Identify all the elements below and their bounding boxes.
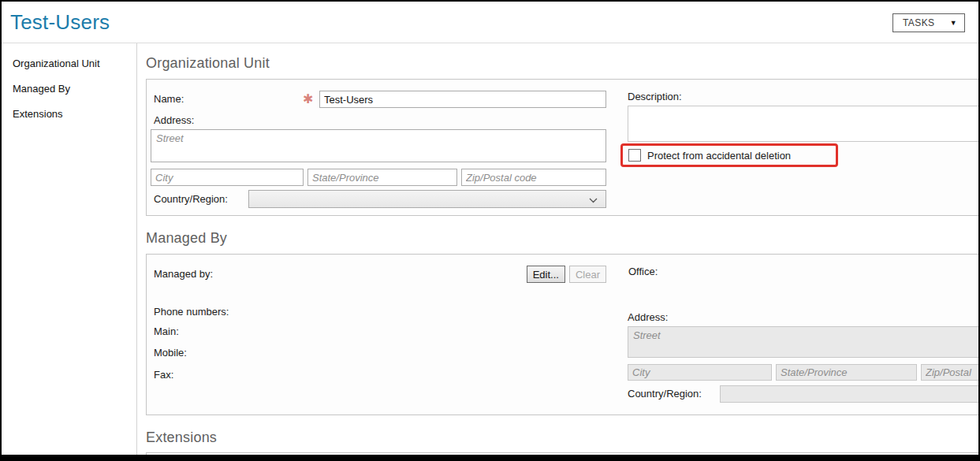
window-bottom-border bbox=[2, 455, 978, 459]
name-input[interactable] bbox=[319, 91, 606, 108]
mobile-phone-label: Mobile: bbox=[151, 347, 606, 359]
sidebar-item-extensions[interactable]: Extensions bbox=[2, 102, 136, 127]
protect-checkbox-label: Protect from accidental deletion bbox=[647, 150, 791, 162]
street-textarea[interactable]: Street bbox=[151, 129, 606, 162]
managed-street-textarea: Street bbox=[628, 326, 978, 358]
body: Organizational Unit Managed By Extension… bbox=[2, 43, 978, 457]
managed-by-label: Managed by: bbox=[151, 268, 527, 281]
section-title-managed-by: Managed By bbox=[146, 229, 978, 247]
managed-right-column: Office: Address: Street Country/Region: bbox=[628, 266, 978, 405]
managed-by-panel: Managed by: Edit... Clear Phone numbers:… bbox=[146, 254, 978, 415]
edit-button[interactable]: Edit... bbox=[527, 266, 565, 283]
country-region-dropdown[interactable] bbox=[248, 190, 606, 208]
managed-zip-postal-input bbox=[921, 364, 978, 381]
description-textarea[interactable] bbox=[628, 106, 978, 142]
phone-numbers-label: Phone numbers: bbox=[151, 306, 606, 318]
country-region-label: Country/Region: bbox=[151, 193, 248, 206]
chevron-down-icon bbox=[589, 192, 598, 206]
title-bar: Test-Users TASKS ▼ bbox=[2, 2, 978, 43]
organizational-unit-panel: Name: ✱ Address: Street Country/Region: bbox=[146, 79, 978, 216]
main-phone-label: Main: bbox=[151, 325, 606, 338]
name-row: Name: ✱ bbox=[151, 91, 606, 108]
spacer bbox=[151, 381, 606, 405]
managed-city-input bbox=[628, 364, 772, 381]
managed-by-row: Managed by: Edit... Clear bbox=[151, 266, 606, 283]
clear-button[interactable]: Clear bbox=[569, 266, 606, 283]
managed-country-region-dropdown bbox=[720, 385, 978, 403]
section-title-organizational-unit: Organizational Unit bbox=[146, 54, 978, 72]
sidebar-item-managed-by[interactable]: Managed By bbox=[2, 76, 136, 102]
tasks-button[interactable]: TASKS ▼ bbox=[892, 13, 965, 32]
protect-checkbox[interactable] bbox=[628, 149, 641, 162]
office-label: Office: bbox=[628, 266, 978, 278]
section-title-extensions: Extensions bbox=[146, 429, 978, 446]
tasks-button-label: TASKS bbox=[903, 17, 934, 28]
managed-country-row: Country/Region: bbox=[628, 385, 978, 403]
page-title: Test-Users bbox=[10, 10, 978, 35]
ou-left-column: Name: ✱ Address: Street Country/Region: bbox=[151, 91, 606, 208]
sidebar-item-organizational-unit[interactable]: Organizational Unit bbox=[2, 51, 136, 76]
fax-label: Fax: bbox=[151, 369, 606, 381]
managed-address-label: Address: bbox=[628, 311, 978, 324]
managed-country-region-label: Country/Region: bbox=[628, 388, 720, 400]
state-province-input[interactable] bbox=[307, 169, 457, 186]
country-row: Country/Region: bbox=[151, 190, 606, 208]
zip-postal-code-input[interactable] bbox=[461, 169, 606, 186]
sidebar: Organizational Unit Managed By Extension… bbox=[2, 43, 137, 457]
address-label: Address: bbox=[151, 114, 606, 127]
required-asterisk-icon: ✱ bbox=[303, 93, 319, 106]
property-window: Test-Users TASKS ▼ Organizational Unit M… bbox=[0, 0, 980, 461]
highlight-annotation-box: Protect from accidental deletion bbox=[620, 143, 838, 167]
main-content: Organizational Unit Name: ✱ Address: Str… bbox=[137, 43, 978, 457]
city-input[interactable] bbox=[151, 169, 304, 186]
ou-right-column: Description: Protect from accidental del… bbox=[628, 91, 978, 208]
name-label: Name: bbox=[151, 93, 303, 106]
managed-left-column: Managed by: Edit... Clear Phone numbers:… bbox=[151, 266, 606, 405]
managed-state-province-input bbox=[776, 364, 917, 381]
dropdown-arrow-icon: ▼ bbox=[950, 20, 957, 27]
managed-city-row bbox=[628, 364, 978, 381]
city-row bbox=[151, 169, 606, 186]
description-label: Description: bbox=[628, 91, 978, 103]
protect-row: Protect from accidental deletion bbox=[620, 143, 978, 167]
